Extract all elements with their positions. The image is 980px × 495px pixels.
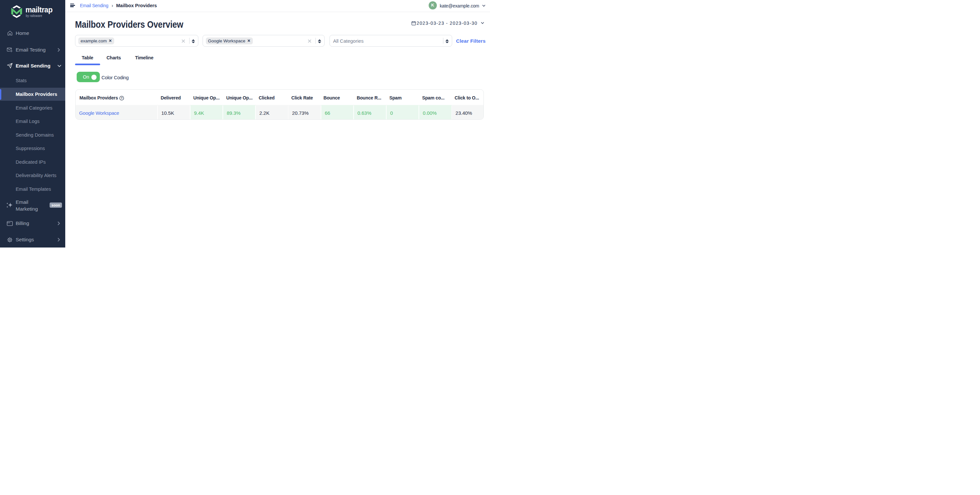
svg-text:?: ? [121,97,123,100]
